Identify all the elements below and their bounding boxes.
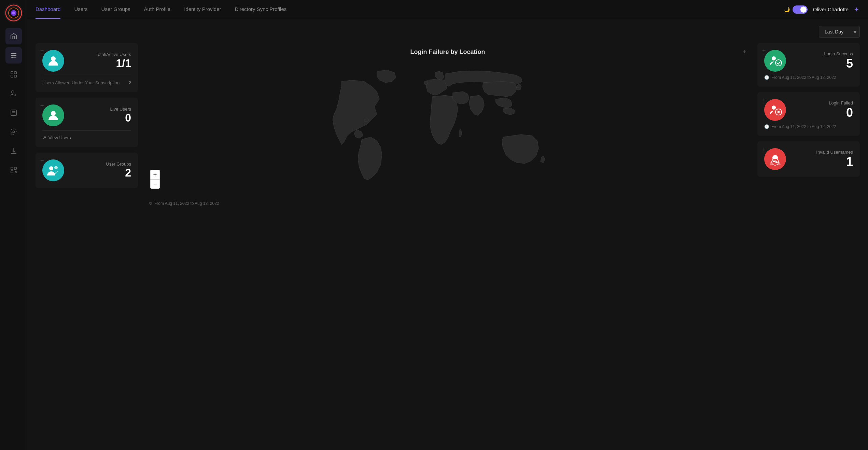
sidebar-item-user-config[interactable] — [5, 85, 22, 102]
svg-rect-10 — [11, 72, 13, 74]
svg-point-33 — [51, 111, 56, 116]
user-groups-stat: User Groups 2 — [42, 159, 131, 181]
dashboard-grid: + Total/Active Users 1/1 — [36, 43, 860, 209]
moon-icon: 🌙 — [784, 7, 790, 12]
user-groups-label: User Groups — [70, 161, 131, 167]
tab-identity-provider[interactable]: Identity Provider — [184, 0, 221, 19]
map-plus-icon[interactable]: + — [743, 48, 746, 56]
user-groups-value: 2 — [70, 167, 131, 179]
left-column: + Total/Active Users 1/1 — [36, 43, 138, 209]
login-failed-date-text: From Aug 11, 2022 to Aug 12, 2022 — [771, 124, 836, 129]
svg-rect-29 — [15, 172, 16, 173]
user-groups-plus-icon[interactable]: + — [40, 157, 44, 164]
user-menu-icon[interactable]: ✦ — [854, 6, 860, 13]
invalid-usernames-plus-icon[interactable]: + — [762, 146, 766, 152]
toggle-track[interactable] — [793, 5, 808, 14]
total-users-info: Total/Active Users 1/1 — [70, 52, 131, 70]
svg-point-14 — [11, 91, 14, 93]
view-users-label: View Users — [48, 135, 71, 140]
svg-rect-26 — [11, 167, 13, 169]
sidebar-item-reports[interactable] — [5, 104, 22, 121]
map-card: + Login Failure by Location — [143, 43, 752, 209]
svg-rect-12 — [11, 75, 13, 77]
total-active-users-card: + Total/Active Users 1/1 — [36, 43, 138, 92]
login-failed-stat: Login Failed 0 — [764, 99, 853, 121]
login-success-info: Login Success 5 — [792, 51, 853, 71]
map-zoom-out[interactable]: − — [150, 179, 160, 189]
tab-users[interactable]: Users — [74, 0, 87, 19]
login-success-date: 🕐 From Aug 11, 2022 to Aug 12, 2022 — [764, 75, 853, 80]
login-success-plus-icon[interactable]: + — [762, 48, 766, 54]
live-users-icon — [42, 104, 64, 126]
map-footer: ↻ From Aug 11, 2022 to Aug 12, 2022 — [143, 198, 752, 209]
user-name: Oliver Charlotte — [813, 6, 849, 12]
live-users-label: Live Users — [70, 107, 131, 112]
dark-mode-toggle[interactable]: 🌙 — [784, 5, 808, 14]
login-failed-date: 🕐 From Aug 11, 2022 to Aug 12, 2022 — [764, 124, 853, 129]
live-users-stat: Live Users 0 — [42, 104, 131, 126]
invalid-usernames-label: Invalid Usernames — [792, 150, 853, 155]
svg-point-37 — [772, 56, 776, 60]
map-container — [143, 61, 752, 198]
total-users-label: Total/Active Users — [70, 52, 131, 57]
svg-point-34 — [49, 166, 53, 170]
total-users-footer: Users Allowed Under Your Subscription 2 — [42, 76, 131, 85]
svg-rect-28 — [11, 171, 13, 173]
user-groups-icon — [42, 159, 64, 181]
svg-point-9 — [11, 57, 13, 58]
svg-point-8 — [11, 55, 13, 56]
map-title: Login Failure by Location — [143, 43, 752, 61]
login-failed-icon — [764, 99, 786, 121]
tab-user-groups[interactable]: User Groups — [101, 0, 130, 19]
sidebar-item-users-list[interactable] — [5, 47, 22, 64]
map-zoom-in[interactable]: + — [150, 170, 160, 179]
live-users-card: + Live Users 0 — [36, 98, 138, 147]
user-groups-info: User Groups 2 — [70, 161, 131, 179]
invalid-usernames-info: Invalid Usernames 1 — [792, 150, 853, 169]
sidebar-item-grid[interactable] — [5, 66, 22, 83]
tab-dashboard[interactable]: Dashboard — [36, 0, 60, 19]
svg-point-39 — [772, 106, 776, 110]
sidebar — [0, 0, 27, 450]
clock-icon-failed: 🕐 — [764, 124, 769, 129]
content-header: Last Day Last Week Last Month — [36, 26, 860, 38]
login-failed-info: Login Failed 0 — [792, 100, 853, 120]
login-failed-value: 0 — [792, 106, 853, 120]
refresh-icon: ↻ — [149, 201, 152, 206]
svg-rect-11 — [14, 72, 16, 74]
tab-directory-sync[interactable]: Directory Sync Profiles — [235, 0, 287, 19]
login-failed-card: + Login Failed 0 — [757, 92, 860, 136]
toggle-thumb — [800, 6, 807, 13]
nav-tabs: Dashboard Users User Groups Auth Profile… — [36, 0, 286, 19]
invalid-usernames-card: + In — [757, 141, 860, 177]
login-success-date-text: From Aug 11, 2022 to Aug 12, 2022 — [771, 75, 836, 80]
invalid-usernames-icon — [764, 148, 786, 170]
total-users-plus-icon[interactable]: + — [40, 48, 44, 54]
login-success-value: 5 — [792, 56, 853, 71]
sidebar-item-modules[interactable] — [5, 162, 22, 178]
right-column: + Login Success 5 — [757, 43, 860, 209]
live-users-value: 0 — [70, 112, 131, 124]
app-logo — [4, 3, 23, 23]
user-groups-card: + User Groups 2 — [36, 153, 138, 188]
total-users-icon — [42, 50, 64, 72]
time-filter-wrapper[interactable]: Last Day Last Week Last Month — [819, 26, 860, 38]
invalid-usernames-stat: Invalid Usernames 1 — [764, 148, 853, 170]
tab-auth-profile[interactable]: Auth Profile — [144, 0, 171, 19]
map-date-range: From Aug 11, 2022 to Aug 12, 2022 — [154, 201, 219, 206]
sidebar-item-home[interactable] — [5, 28, 22, 44]
clock-icon-success: 🕐 — [764, 75, 769, 80]
sidebar-item-download[interactable] — [5, 143, 22, 159]
svg-rect-13 — [14, 75, 16, 77]
topbar-right: 🌙 Oliver Charlotte ✦ — [784, 5, 860, 14]
view-users-link[interactable]: ↗ View Users — [42, 130, 131, 140]
total-users-value: 1/1 — [70, 57, 131, 70]
map-controls: + − — [150, 170, 160, 189]
login-failed-plus-icon[interactable]: + — [762, 97, 766, 103]
live-users-plus-icon[interactable]: + — [40, 102, 44, 109]
svg-point-7 — [11, 53, 13, 54]
login-success-icon — [764, 50, 786, 72]
sidebar-item-settings[interactable] — [5, 124, 22, 140]
svg-rect-27 — [14, 167, 16, 169]
time-filter-select[interactable]: Last Day Last Week Last Month — [819, 26, 860, 38]
